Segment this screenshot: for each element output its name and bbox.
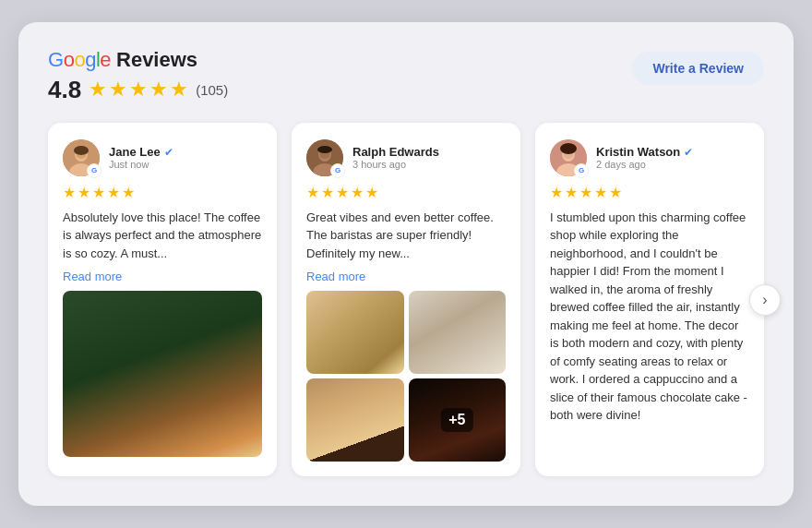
review-time-3: 2 days ago (596, 159, 749, 170)
google-badge-2: G (330, 163, 345, 178)
svg-point-9 (317, 146, 332, 153)
review-image-2c (306, 378, 404, 462)
reviewer-row-1: G Jane Lee ✔ Just now (63, 139, 262, 176)
reviewer-row-2: G Ralph Edwards 3 hours ago (306, 139, 506, 176)
reviewer-row-3: G Kristin Watson ✔ 2 days ago (550, 139, 749, 176)
review-card-2: G Ralph Edwards 3 hours ago ★ ★ ★ ★ ★ Gr… (292, 123, 520, 477)
review-image-2d: +5 (409, 378, 507, 462)
next-chevron-button[interactable]: › (749, 284, 781, 316)
svg-point-14 (560, 143, 577, 154)
card-stars-2: ★ ★ ★ ★ ★ (306, 184, 506, 201)
avatar-wrapper-2: G (306, 139, 343, 176)
review-image-1 (63, 291, 262, 457)
review-count: (105) (196, 82, 228, 98)
avatar-wrapper-3: G (550, 139, 587, 176)
read-more-1[interactable]: Read more (63, 270, 262, 283)
review-time-1: Just now (109, 159, 262, 170)
verified-icon-3: ✔ (684, 146, 693, 159)
reviewer-name-row-3: Kristin Watson ✔ (596, 145, 749, 159)
reviewer-name-1: Jane Lee (109, 145, 161, 159)
google-badge-1: G (87, 163, 102, 178)
overall-rating: 4.8 (48, 76, 81, 104)
review-image-2b (409, 291, 507, 374)
google-badge-3: G (574, 163, 589, 178)
reviewer-info-1: Jane Lee ✔ Just now (109, 145, 262, 170)
review-image-2a (306, 291, 404, 374)
google-reviews-widget: Google Reviews 4.8 ★ ★ ★ ★ ★ (105) Write… (18, 22, 794, 507)
review-card-1: G Jane Lee ✔ Just now ★ ★ ★ ★ ★ Absolut (48, 123, 277, 477)
reviewer-info-3: Kristin Watson ✔ 2 days ago (596, 145, 749, 170)
reviewer-name-3: Kristin Watson (596, 145, 680, 159)
review-text-2: Great vibes and even better coffee. The … (306, 209, 506, 263)
reviewer-name-row-1: Jane Lee ✔ (109, 145, 262, 159)
card-stars-1: ★ ★ ★ ★ ★ (63, 184, 262, 201)
reviewer-name-row-2: Ralph Edwards (352, 145, 506, 159)
plus-badge: +5 (441, 408, 472, 432)
review-images-2: +5 (306, 291, 506, 462)
header: Google Reviews 4.8 ★ ★ ★ ★ ★ (105) Write… (48, 48, 764, 104)
review-text-1: Absolutely love this place! The coffee i… (63, 209, 262, 263)
card-stars-3: ★ ★ ★ ★ ★ (550, 184, 749, 201)
review-text-3: I stumbled upon this charming coffee sho… (550, 209, 749, 425)
reviewer-name-2: Ralph Edwards (352, 145, 439, 159)
read-more-2[interactable]: Read more (306, 270, 506, 283)
write-review-button[interactable]: Write a Review (632, 52, 764, 85)
reviewer-info-2: Ralph Edwards 3 hours ago (352, 145, 506, 170)
svg-point-4 (74, 146, 89, 155)
reviews-label: Reviews (116, 48, 197, 72)
verified-icon-1: ✔ (164, 146, 173, 159)
review-time-2: 3 hours ago (352, 159, 506, 170)
avatar-wrapper-1: G (63, 139, 100, 176)
rating-row: 4.8 ★ ★ ★ ★ ★ (105) (48, 76, 228, 104)
review-card-3: G Kristin Watson ✔ 2 days ago ★ ★ ★ ★ ★ (535, 123, 764, 477)
google-logo-row: Google Reviews (48, 48, 228, 72)
google-logo: Google (48, 48, 111, 72)
reviews-cards-row: G Jane Lee ✔ Just now ★ ★ ★ ★ ★ Absolut (48, 123, 764, 477)
header-left: Google Reviews 4.8 ★ ★ ★ ★ ★ (105) (48, 48, 228, 104)
overall-stars: ★ ★ ★ ★ ★ (89, 78, 188, 102)
